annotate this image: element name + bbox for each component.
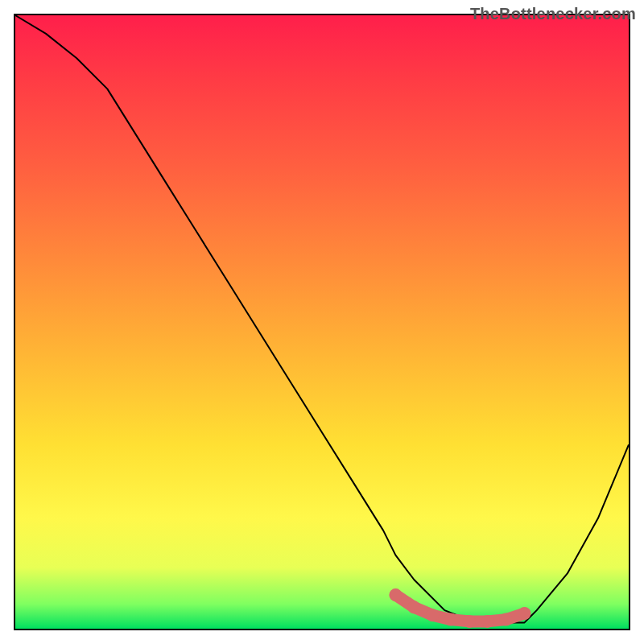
plot-area (15, 15, 629, 629)
optimal-point (518, 607, 531, 620)
curve-layer (15, 15, 629, 629)
bottleneck-chart: TheBottlenecker.com (0, 0, 644, 644)
optimal-point (389, 588, 402, 601)
optimal-point (500, 613, 513, 626)
bottleneck-curve-line (15, 15, 629, 622)
watermark: TheBottlenecker.com (470, 5, 636, 23)
optimal-point (481, 615, 494, 628)
optimal-point (407, 601, 420, 613)
optimal-point (463, 615, 476, 628)
optimal-point (426, 609, 439, 621)
optimal-range-markers (389, 588, 530, 628)
optimal-point (444, 613, 457, 626)
